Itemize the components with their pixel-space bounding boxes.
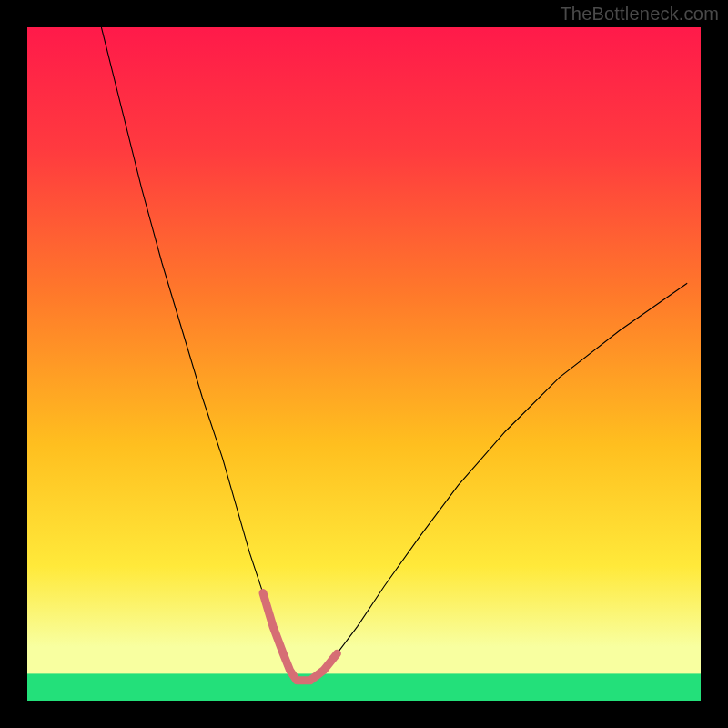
plot-area	[27, 27, 701, 701]
chart-svg	[27, 27, 701, 701]
chart-frame: TheBottleneck.com	[0, 0, 728, 728]
watermark-text: TheBottleneck.com	[560, 4, 719, 25]
gradient-background	[27, 27, 701, 701]
green-band	[27, 673, 701, 701]
